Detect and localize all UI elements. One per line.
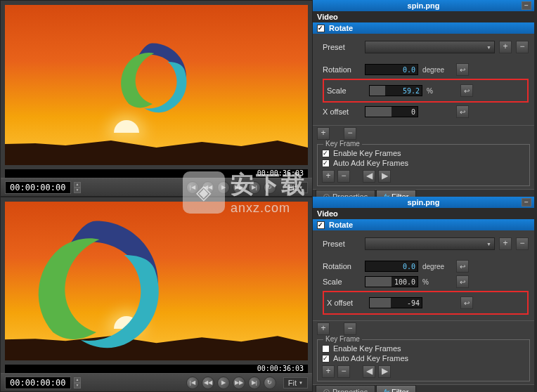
inspector-tabs-bottom: iProperties fxFilter [313, 384, 534, 392]
goto-start-button-b[interactable]: |◀ [186, 377, 199, 389]
auto-keyframes-checkbox[interactable] [322, 159, 330, 167]
inspector-panel-bottom: spin.png − Video Rotate Preset + − Rotat… [313, 197, 534, 392]
preset-remove-button[interactable]: − [516, 41, 529, 53]
enable-keyframes-row[interactable]: Enable Key Frames [322, 149, 525, 157]
rotate-enable-checkbox[interactable] [317, 25, 325, 32]
scale-reset-button[interactable]: ↩ [460, 84, 473, 97]
keyframe-next-button[interactable]: ▶ [378, 170, 391, 183]
timecode-display-bottom[interactable]: 00:00:00:00 [5, 377, 71, 389]
scale-value-b: 100.0 [394, 278, 415, 286]
rotate-enable-checkbox-b[interactable] [317, 221, 325, 229]
rotate-label: Rotate [329, 24, 353, 32]
rotation-unit: degree [422, 66, 452, 74]
auto-keyframes-checkbox-b[interactable] [322, 355, 330, 362]
rotation-label: Rotation [323, 65, 361, 74]
goto-start-button[interactable]: |◀ [186, 181, 199, 194]
zoom-fit-dropdown[interactable]: Fit [283, 182, 308, 193]
scale-unit-b: % [422, 278, 452, 286]
filter-tab-b[interactable]: fxFilter [376, 385, 416, 392]
filter-remove-button[interactable]: − [344, 127, 356, 140]
enable-keyframes-checkbox[interactable] [322, 150, 330, 157]
rotation-row: Rotation 0.0 degree ↩ [323, 63, 529, 76]
filter-add-button-b[interactable]: + [317, 322, 330, 335]
xoffset-input[interactable]: 0 [365, 106, 418, 117]
keyframe-add-button-b[interactable]: + [322, 365, 335, 378]
rotation-input-b[interactable]: 0.0 [365, 261, 418, 272]
play-button-b[interactable]: ▶ [217, 377, 230, 389]
timecode-step-down-b[interactable]: ▼ [74, 383, 81, 388]
timecode-step-up-b[interactable]: ▲ [74, 377, 81, 383]
keyframe-prev-button[interactable]: ◀ [363, 170, 375, 183]
preset-label: Preset [323, 43, 361, 51]
rotate-filter-row-b[interactable]: Rotate [313, 219, 534, 230]
keyframe-prev-button-b[interactable]: ◀ [363, 365, 375, 378]
video-section-header: Video [313, 11, 534, 22]
filter-add-button[interactable]: + [317, 127, 330, 140]
inspector-title-label: spin.png [408, 1, 440, 10]
filter-tab-label-b: Filter [392, 388, 408, 392]
loop-button-b[interactable]: ↻ [264, 377, 276, 389]
collapse-button[interactable]: − [522, 1, 531, 10]
video-preview-bottom[interactable] [5, 202, 308, 360]
keyframe-group-b: Key Frame Enable Key Frames Auto Add Key… [317, 339, 530, 381]
step-back-button-b[interactable]: ◀◀ [202, 377, 214, 389]
properties-tab-b[interactable]: iProperties [316, 385, 375, 392]
preview-panel-top: 00:00:36:03 00:00:00:00 ▲ ▼ |◀ ◀◀ ▶ ▶▶ ▶… [0, 0, 313, 197]
keyframe-remove-button[interactable]: − [337, 170, 350, 183]
video-preview-top[interactable] [5, 5, 308, 165]
play-button[interactable]: ▶ [217, 181, 230, 194]
scale-row-highlighted: Scale 59.2 % ↩ [323, 79, 529, 103]
rotation-reset-button-b[interactable]: ↩ [456, 260, 469, 273]
xoffset-reset-button-b[interactable]: ↩ [460, 296, 473, 309]
enable-keyframes-row-b[interactable]: Enable Key Frames [322, 344, 525, 353]
timecode-display-top[interactable]: 00:00:00:00 [5, 181, 71, 194]
rotate-filter-row[interactable]: Rotate [313, 22, 534, 34]
inspector-title-top: spin.png − [313, 0, 534, 11]
timecode-step-down[interactable]: ▼ [74, 188, 81, 193]
properties-tab-label-b: Properties [332, 388, 368, 392]
preset-dropdown-b[interactable] [365, 237, 495, 250]
step-back-button[interactable]: ◀◀ [202, 181, 214, 194]
rotation-reset-button[interactable]: ↩ [456, 63, 469, 76]
clip-timecode-bottom: 00:00:36:03 [5, 365, 308, 373]
collapse-button-b[interactable]: − [522, 198, 531, 207]
auto-keyframes-row[interactable]: Auto Add Key Frames [322, 159, 525, 167]
keyframe-next-button-b[interactable]: ▶ [378, 365, 391, 378]
inspector-panel-top: spin.png − Video Rotate Preset + − Rotat… [313, 0, 534, 197]
xoffset-input-b[interactable]: -94 [369, 297, 422, 308]
auto-keyframes-row-b[interactable]: Auto Add Key Frames [322, 354, 525, 362]
xoffset-value: 0 [411, 108, 415, 116]
keyframe-remove-button-b[interactable]: − [337, 365, 350, 378]
preset-remove-button-b[interactable]: − [516, 237, 529, 250]
scale-input-b[interactable]: 100.0 [365, 276, 418, 287]
filter-remove-button-b[interactable]: − [344, 322, 356, 335]
xoffset-reset-button[interactable]: ↩ [456, 105, 469, 118]
enable-keyframes-checkbox-b[interactable] [322, 345, 330, 353]
goto-end-button[interactable]: ▶| [248, 181, 261, 194]
rotation-input[interactable]: 0.0 [365, 64, 418, 75]
preset-add-button-b[interactable]: + [499, 237, 512, 250]
clip-timecode-top: 00:00:36:03 [5, 169, 308, 178]
scale-label: Scale [327, 86, 365, 95]
goto-end-button-b[interactable]: ▶| [248, 377, 261, 389]
preview-panel-bottom: 00:00:36:03 00:00:00:00 ▲ ▼ |◀ ◀◀ ▶ ▶▶ ▶… [0, 197, 313, 392]
scale-row: Scale 59.2 % ↩ [327, 84, 524, 97]
step-forward-button[interactable]: ▶▶ [233, 181, 245, 194]
loop-button[interactable]: ↻ [264, 181, 276, 194]
rotation-row-b: Rotation 0.0 degree ↩ [323, 260, 529, 273]
rotation-value-b: 0.0 [403, 263, 415, 270]
step-forward-button-b[interactable]: ▶▶ [233, 377, 245, 389]
scale-reset-button-b[interactable]: ↩ [456, 275, 469, 288]
keyframe-group: Key Frame Enable Key Frames Auto Add Key… [317, 144, 530, 186]
rotation-unit-b: degree [422, 263, 452, 270]
scale-unit: % [427, 87, 456, 95]
scale-input[interactable]: 59.2 [369, 85, 422, 96]
zoom-fit-dropdown-b[interactable]: Fit [283, 377, 308, 388]
transport-bar-bottom: 00:00:00:00 ▲ ▼ |◀ ◀◀ ▶ ▶▶ ▶| ↻ Fit [1, 373, 312, 391]
preset-add-button[interactable]: + [499, 41, 512, 53]
preset-row-b: Preset + − [323, 237, 529, 250]
timecode-step-up[interactable]: ▲ [74, 182, 81, 188]
preset-dropdown[interactable] [365, 41, 495, 53]
keyframe-add-button[interactable]: + [322, 170, 335, 183]
xoffset-row: X offset 0 ↩ [323, 105, 529, 118]
